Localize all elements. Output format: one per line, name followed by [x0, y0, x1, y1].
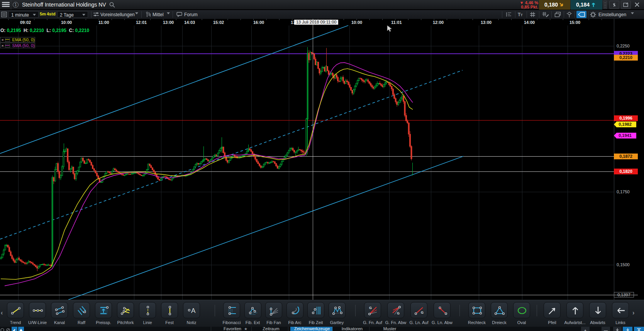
restore-window-button[interactable]	[609, 1, 619, 9]
draw-tool-trend-button[interactable]	[7, 302, 24, 318]
scroll-right-icon[interactable]: ›	[632, 309, 634, 316]
draw-tool-label: Links	[605, 320, 636, 325]
draw-tool-tri-button[interactable]	[491, 302, 508, 318]
preset-4std-button[interactable]: 4std	[47, 12, 56, 16]
pencil-tab-icon[interactable]	[12, 327, 17, 331]
hamburger-menu-icon[interactable]	[2, 2, 10, 7]
remove-ema-icon[interactable]: ✕	[1, 38, 4, 42]
time-axis-label: 15:02	[213, 20, 224, 25]
toolbar-separator	[355, 305, 356, 316]
buy-price-button[interactable]: 0,184	[571, 0, 602, 10]
channel-icon	[54, 305, 65, 316]
chart-type-dropdown[interactable]: Mittel	[153, 12, 164, 17]
draw-tool-fibtime-button[interactable]	[307, 302, 324, 318]
disable-drawing-icon[interactable]	[6, 327, 10, 331]
favorite-star-icon[interactable]: ★	[244, 327, 247, 331]
time-axis-label: 15:00	[569, 20, 580, 25]
draw-tool-pitchfork-button[interactable]	[117, 302, 134, 318]
svg-text:A: A	[191, 307, 196, 314]
pointer-tool-button-active[interactable]	[576, 11, 586, 18]
time-axis-label: 13:00	[481, 20, 491, 25]
interval-dropdown[interactable]: 1 minute	[8, 11, 39, 18]
status-circle-icon[interactable]	[0, 327, 5, 331]
price-axis-label: 0,1750	[617, 189, 630, 194]
tab-zeichenwerkzeuge[interactable]: Zeichenwerkzeuge	[290, 327, 333, 331]
presets-dropdown[interactable]: Voreinstellungen	[100, 12, 135, 17]
preset-5m-button[interactable]: 5m	[40, 12, 46, 16]
gear-icon[interactable]	[590, 12, 596, 18]
shape-tab-icon[interactable]	[18, 327, 24, 331]
draw-tool-glineup-button[interactable]: G	[410, 302, 427, 318]
settings-dropdown[interactable]: Einstellungen	[598, 12, 626, 17]
svg-text:G: G	[397, 311, 400, 315]
order-ruler-icon[interactable]	[506, 12, 512, 17]
sell-price-button[interactable]: 0,180	[539, 0, 570, 10]
search-icon[interactable]	[109, 2, 115, 8]
svg-text:G: G	[421, 311, 424, 314]
popout-window-button[interactable]	[621, 1, 631, 9]
draw-tool-label: Gartley	[322, 320, 353, 325]
time-axis-label: 10:00	[351, 20, 362, 25]
chart-area[interactable]: 09:0210:0011:0012:0113:0014:0315:0216:00…	[0, 19, 644, 300]
draw-tool-glinedown-button[interactable]: G	[434, 302, 451, 318]
drawing-toolbar: ‹ › TrendU/W-LinieKanalRaffPreissp.Pitch…	[0, 300, 644, 327]
upload-button[interactable]	[634, 327, 644, 331]
time-axis-label: 11:01	[391, 20, 402, 25]
grid-icon[interactable]	[530, 12, 536, 17]
draw-tool-fibarc-button[interactable]	[286, 302, 303, 318]
draw-tool-fib-button[interactable]	[223, 302, 240, 318]
draw-tool-note-button[interactable]: A	[183, 302, 200, 318]
draw-tool-pricespike-button[interactable]	[95, 302, 112, 318]
draw-tool-raff-button[interactable]	[73, 302, 90, 318]
tab-zeitraum[interactable]: Zeitraum	[254, 327, 288, 331]
sma-indicator-row[interactable]: ✕— SMA (50, 0)	[0, 43, 35, 48]
presets-icon	[93, 12, 99, 17]
remove-sma-icon[interactable]: ✕	[1, 44, 4, 48]
import-button[interactable]	[613, 327, 622, 331]
close-window-button[interactable]	[632, 1, 642, 9]
chart-list-icon[interactable]	[1, 12, 7, 17]
draw-tool-down-button[interactable]	[589, 302, 606, 318]
candlestick-chart[interactable]	[0, 19, 644, 300]
draw-tool-up-button[interactable]	[566, 302, 583, 318]
toolbar-separator	[215, 305, 215, 316]
tab-muster[interactable]: Muster	[371, 327, 408, 331]
price-axis-label: 0,1500	[617, 262, 630, 267]
draw-tool-vline-button[interactable]	[161, 302, 178, 318]
fibext-icon	[248, 305, 259, 316]
draw-tool-channel-button[interactable]	[51, 302, 68, 318]
draw-tool-gartley-button[interactable]	[329, 302, 346, 318]
grid-edit-icon[interactable]	[542, 12, 549, 17]
oval-icon	[517, 305, 527, 316]
draw-tool-arrow-button[interactable]	[544, 302, 561, 318]
draw-tool-rect-button[interactable]	[468, 302, 485, 318]
draw-tool-gfandown-button[interactable]: G	[387, 302, 404, 318]
glineup-icon: G	[414, 305, 425, 316]
download-button[interactable]	[623, 327, 632, 331]
layers-icon[interactable]	[554, 12, 561, 17]
draw-tool-fibfan-button[interactable]	[265, 302, 282, 318]
range-dropdown[interactable]: 2 Tage	[57, 11, 88, 18]
fibarc-icon	[290, 305, 301, 316]
draw-tool-gfanup-button[interactable]: G	[364, 302, 381, 318]
ema-indicator-row[interactable]: ✕— EMA (50, 0)	[0, 37, 35, 42]
add-button[interactable]: +	[581, 327, 590, 331]
tab-indikatoren[interactable]: Indikatoren	[335, 327, 369, 331]
forum-button[interactable]: Forum	[184, 12, 198, 17]
text-tool-icon[interactable]: TT	[518, 12, 523, 17]
price-badge: 0,1397	[614, 292, 634, 297]
remove-button[interactable]: —	[602, 327, 610, 331]
tri-icon	[494, 305, 505, 316]
draw-tool-label: Notiz	[176, 320, 207, 325]
draw-tool-left-button[interactable]	[612, 302, 629, 318]
draw-tool-hline-button[interactable]	[29, 302, 46, 318]
titlebar-grip[interactable]	[603, 1, 607, 9]
draw-tool-vdash-button[interactable]	[139, 302, 156, 318]
price-badge: 0,1941	[614, 133, 636, 138]
scroll-left-icon[interactable]: ‹	[1, 309, 3, 316]
draw-tool-fibext-button[interactable]	[244, 302, 261, 318]
draw-tool-oval-button[interactable]	[513, 302, 530, 318]
pin-icon[interactable]	[566, 12, 572, 18]
time-axis-label: 12:01	[136, 20, 147, 25]
time-axis-label: 12:00	[433, 20, 444, 25]
